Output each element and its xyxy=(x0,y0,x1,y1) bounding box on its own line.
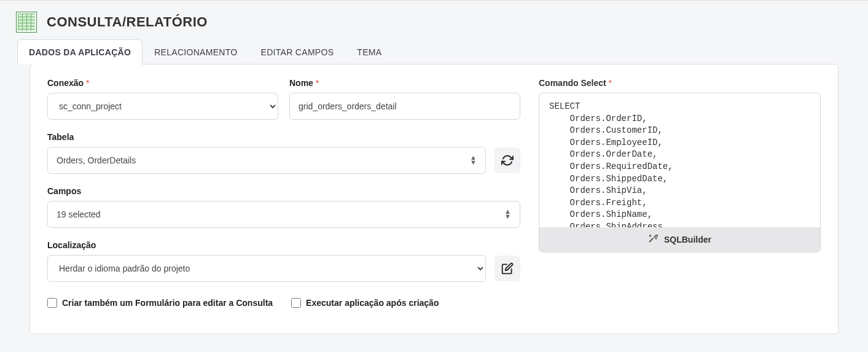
sql-label: Comando Select xyxy=(539,78,821,88)
pencil-square-icon xyxy=(501,262,514,275)
refresh-button[interactable] xyxy=(495,147,520,173)
tab-relacionamento[interactable]: RELACIONAMENTO xyxy=(143,39,249,65)
tabs: DADOS DA APLICAÇÃO RELACIONAMENTO EDITAR… xyxy=(15,39,853,64)
tab-tema[interactable]: TEMA xyxy=(345,39,393,65)
locale-select[interactable]: Herdar o idioma padrão do projeto xyxy=(47,255,486,282)
table-select[interactable]: Orders, OrderDetails ▲▼ xyxy=(47,147,486,174)
checkbox-create-form-input[interactable] xyxy=(47,298,57,308)
table-label: Tabela xyxy=(47,132,520,142)
chevron-updown-icon: ▲▼ xyxy=(470,155,477,165)
edit-locale-button[interactable] xyxy=(495,256,520,281)
checkbox-create-form[interactable]: Criar também um Formulário para editar a… xyxy=(47,298,273,308)
name-label: Nome xyxy=(289,78,520,88)
chevron-updown-icon: ▲▼ xyxy=(504,209,511,219)
page-title: CONSULTA/RELATÓRIO xyxy=(47,14,208,30)
spreadsheet-icon xyxy=(16,12,37,33)
connection-label: Conexão xyxy=(47,78,278,88)
fields-label: Campos xyxy=(47,186,520,196)
table-select-value: Orders, OrderDetails xyxy=(57,155,136,165)
fields-select-value: 19 selected xyxy=(57,209,101,219)
sql-textarea[interactable]: SELECT Orders.OrderID, Orders.CustomerID… xyxy=(539,93,820,227)
tab-editar-campos[interactable]: EDITAR CAMPOS xyxy=(249,39,346,65)
checkbox-run-after[interactable]: Executar aplicação após criação xyxy=(291,298,439,308)
locale-label: Localização xyxy=(47,240,520,250)
connection-select[interactable]: sc_conn_project xyxy=(47,93,278,120)
sql-builder-button[interactable]: SQLBuilder xyxy=(539,227,820,252)
name-input[interactable] xyxy=(289,93,520,120)
refresh-icon xyxy=(501,154,514,166)
checkbox-run-after-input[interactable] xyxy=(291,298,301,308)
form-panel: Conexão sc_conn_project Nome Tabela Orde… xyxy=(29,64,839,334)
magic-wand-icon xyxy=(648,233,658,246)
fields-select[interactable]: 19 selected ▲▼ xyxy=(47,201,520,228)
tab-dados[interactable]: DADOS DA APLICAÇÃO xyxy=(17,39,143,65)
